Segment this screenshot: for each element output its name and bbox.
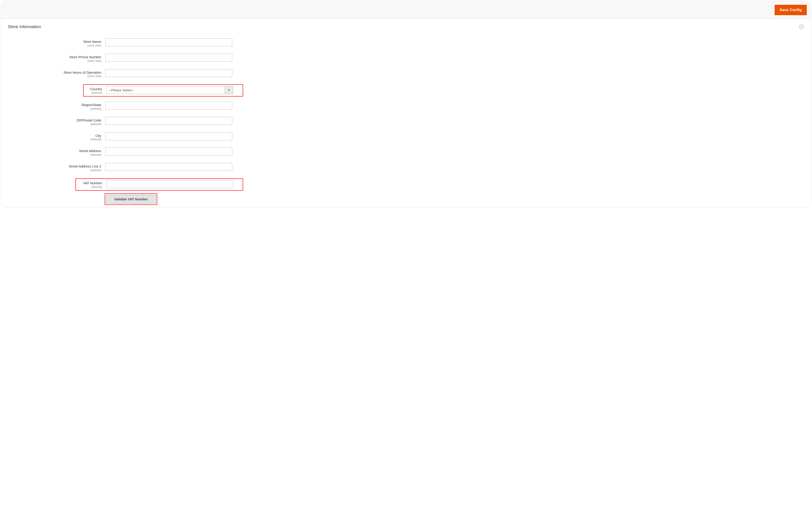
region-input[interactable] — [105, 102, 232, 110]
label-scope: [website] — [8, 123, 101, 126]
label-store-name: Store Name [store view] — [8, 38, 105, 47]
street2-input[interactable] — [105, 163, 232, 171]
row-city: City [website] — [8, 132, 804, 141]
store-phone-input[interactable] — [105, 54, 232, 62]
label-scope: [website] — [8, 107, 101, 111]
collapse-toggle-icon[interactable] — [799, 24, 804, 29]
label-scope: [website] — [85, 91, 102, 95]
label-vat: VAT Number [website] — [78, 180, 106, 189]
label-text: Region/State — [8, 103, 101, 107]
label-text: Street Address Line 2 — [8, 164, 101, 169]
label-text: Country — [85, 87, 102, 91]
label-scope: [store view] — [8, 59, 101, 63]
label-text: Street Address — [8, 149, 101, 153]
label-zip: ZIP/Postal Code [website] — [8, 117, 105, 126]
label-text: VAT Number — [78, 181, 102, 185]
label-street2: Street Address Line 2 [website] — [8, 163, 105, 172]
label-scope: [store view] — [8, 75, 101, 78]
save-config-button[interactable]: Save Config — [775, 5, 807, 15]
highlight-vat: VAT Number [website] — [76, 178, 243, 191]
store-information-form: Store Name [store view] Store Phone Numb… — [1, 31, 811, 78]
label-text: City — [8, 134, 101, 138]
store-hours-input[interactable] — [105, 69, 232, 77]
highlight-country: Country [website] --Please Select-- — [83, 84, 243, 96]
label-text: Store Name — [8, 40, 101, 44]
label-store-phone: Store Phone Number [store view] — [8, 54, 105, 63]
label-store-hours: Store Hours of Operation [store view] — [8, 69, 105, 78]
row-store-hours: Store Hours of Operation [store view] — [8, 69, 804, 78]
label-text: ZIP/Postal Code — [8, 118, 101, 123]
row-street2: Street Address Line 2 [website] — [8, 163, 804, 172]
store-name-input[interactable] — [105, 38, 232, 46]
country-select[interactable]: --Please Select-- — [106, 86, 233, 94]
label-country: Country [website] — [85, 86, 106, 95]
label-scope: [website] — [78, 185, 102, 189]
label-scope: [website] — [8, 169, 101, 172]
label-city: City [website] — [8, 132, 105, 141]
zip-input[interactable] — [105, 117, 232, 125]
label-text: Store Phone Number — [8, 55, 101, 59]
row-region: Region/State [website] — [8, 102, 804, 111]
label-scope: [website] — [8, 138, 101, 141]
label-region: Region/State [website] — [8, 102, 105, 111]
section-header: Store Information — [1, 19, 811, 31]
label-scope: [store view] — [8, 44, 101, 47]
config-page: Save Config Store Information Store Name… — [1, 1, 811, 207]
row-store-name: Store Name [store view] — [8, 38, 804, 47]
label-text: Store Hours of Operation — [8, 70, 101, 75]
row-street1: Street Address [website] — [8, 148, 804, 156]
top-bar: Save Config — [1, 1, 811, 19]
section-title: Store Information — [8, 24, 41, 29]
city-input[interactable] — [105, 132, 232, 140]
street1-input[interactable] — [105, 148, 232, 155]
label-street1: Street Address [website] — [8, 148, 105, 156]
dropdown-toggle-icon[interactable] — [225, 86, 233, 94]
store-information-form-continued: Region/State [website] ZIP/Postal Code [… — [1, 102, 811, 172]
row-zip: ZIP/Postal Code [website] — [8, 117, 804, 126]
country-selected-value: --Please Select-- — [107, 86, 225, 94]
label-scope: [website] — [8, 153, 101, 156]
highlight-validate-vat: Validate VAT Number — [105, 193, 157, 205]
row-store-phone: Store Phone Number [store view] — [8, 54, 804, 63]
vat-input[interactable] — [106, 180, 233, 188]
validate-vat-button[interactable]: Validate VAT Number — [106, 195, 156, 204]
